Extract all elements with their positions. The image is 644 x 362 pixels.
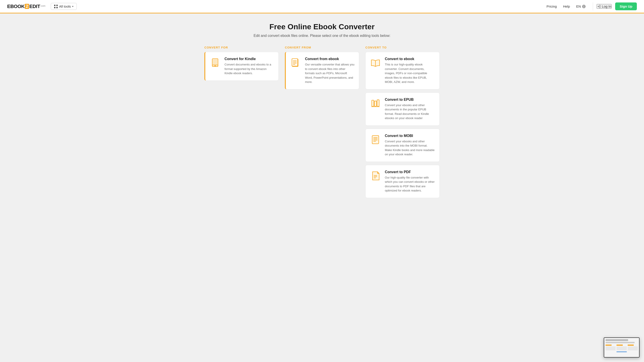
to-mobi-card-desc: Convert your ebooks and other documents … <box>385 139 435 157</box>
ebook-from-icon <box>290 57 302 69</box>
help-link[interactable]: Help <box>563 4 570 8</box>
from-ebook-card-content: Convert from ebook Our versatile convert… <box>305 57 355 84</box>
login-icon <box>597 5 600 8</box>
mobi-icon <box>370 134 381 145</box>
convert-to-header: CONVERT TO <box>366 46 440 49</box>
svg-rect-1 <box>56 5 58 6</box>
convert-from-header: CONVERT FROM <box>285 46 359 49</box>
login-button[interactable]: Log In <box>596 4 612 9</box>
language-selector[interactable]: EN <box>576 4 586 8</box>
kindle-icon <box>209 57 221 69</box>
convert-to-column: CONVERT TO Convert to ebook This is our … <box>366 46 440 201</box>
logo-number: 2 <box>25 4 29 9</box>
svg-rect-26 <box>372 135 378 144</box>
pdf-icon <box>370 170 381 182</box>
to-ebook-card[interactable]: Convert to ebook This is our high-qualit… <box>366 52 440 89</box>
to-epub-card[interactable]: Convert to EPUB Convert your ebooks and … <box>366 92 440 126</box>
svg-rect-9 <box>213 59 217 65</box>
to-epub-card-content: Convert to EPUB Convert your ebooks and … <box>385 98 435 120</box>
svg-rect-16 <box>292 59 298 66</box>
grid-icon <box>54 5 58 8</box>
thumb-card-1 <box>606 346 616 350</box>
all-tools-button[interactable]: All tools ▾ <box>51 3 77 10</box>
svg-rect-22 <box>372 100 374 106</box>
convert-for-header: CONVERT FOR <box>204 46 278 49</box>
from-ebook-card[interactable]: Convert from ebook Our versatile convert… <box>285 52 359 89</box>
all-tools-label: All tools <box>59 4 71 8</box>
thumb-header-1 <box>606 345 612 346</box>
globe-icon <box>582 5 586 8</box>
kindle-card-desc: Convert documents and ebooks to a format… <box>224 62 274 75</box>
thumb-header-2 <box>616 345 622 346</box>
from-ebook-card-title: Convert from ebook <box>305 57 355 61</box>
from-ebook-card-desc: Our versatile converter that allows you … <box>305 62 355 84</box>
main-content: Free Online Ebook Converter Edit and con… <box>199 13 445 215</box>
svg-rect-2 <box>54 7 56 8</box>
logo[interactable]: EBOOK 2 EDIT .com <box>7 3 46 9</box>
nav-links: Pricing Help EN <box>546 4 588 8</box>
thumbnail-inner <box>604 338 639 357</box>
pricing-link[interactable]: Pricing <box>546 4 557 8</box>
svg-point-11 <box>215 65 216 66</box>
thumb-col-3 <box>628 345 638 352</box>
to-ebook-card-title: Convert to ebook <box>385 57 435 61</box>
svg-rect-3 <box>56 7 58 8</box>
thumb-blue <box>616 352 626 352</box>
logo-com: .com <box>40 4 46 7</box>
page-title: Free Online Ebook Converter <box>204 22 440 31</box>
chevron-down-icon: ▾ <box>72 5 73 7</box>
signup-button[interactable]: Sign Up <box>615 2 637 10</box>
thumb-col-2 <box>616 345 626 352</box>
to-epub-card-desc: Convert your ebooks and other documents … <box>385 103 435 120</box>
thumb-card-3 <box>628 346 638 350</box>
header: EBOOK 2 EDIT .com All tools ▾ Pricing He… <box>0 0 644 13</box>
thumb-content <box>606 345 638 352</box>
logo-suffix: EDIT <box>29 3 40 9</box>
to-epub-card-title: Convert to EPUB <box>385 98 435 102</box>
login-label: Log In <box>602 4 611 8</box>
to-mobi-card-title: Convert to MOBI <box>385 134 435 138</box>
convert-for-column: CONVERT FOR Convert for Kindle Convert d… <box>204 46 278 84</box>
to-mobi-card[interactable]: Convert to MOBI Convert your ebooks and … <box>366 129 440 162</box>
to-ebook-card-desc: This is our high-quality ebook converter… <box>385 62 435 84</box>
kindle-card[interactable]: Convert for Kindle Convert documents and… <box>204 52 278 81</box>
lang-label: EN <box>576 4 581 8</box>
svg-rect-0 <box>54 5 56 6</box>
tool-columns: CONVERT FOR Convert for Kindle Convert d… <box>204 46 440 201</box>
thumb-subtitle <box>606 342 634 343</box>
thumb-header-3 <box>628 345 634 346</box>
to-pdf-card-desc: Our high-quality file converter with whi… <box>385 175 435 193</box>
epub-icon <box>370 98 381 109</box>
header-divider <box>593 2 593 10</box>
convert-from-column: CONVERT FROM <box>285 46 359 92</box>
to-mobi-card-content: Convert to MOBI Convert your ebooks and … <box>385 134 435 157</box>
thumbnail-overlay <box>604 338 640 358</box>
thumb-card-2 <box>616 346 626 350</box>
logo-prefix: EBOOK <box>7 3 24 9</box>
thumb-title <box>606 339 628 341</box>
to-pdf-card-title: Convert to PDF <box>385 170 435 174</box>
to-pdf-card-content: Convert to PDF Our high-quality file con… <box>385 170 435 193</box>
kindle-card-title: Convert for Kindle <box>224 57 274 61</box>
kindle-card-content: Convert for Kindle Convert documents and… <box>224 57 274 75</box>
to-pdf-card[interactable]: Convert to PDF Our high-quality file con… <box>366 165 440 198</box>
page-subtitle: Edit and convert ebook files online. Ple… <box>204 34 440 38</box>
thumb-col-1 <box>606 345 616 352</box>
svg-rect-24 <box>377 100 379 106</box>
ebook-to-icon <box>370 57 381 69</box>
to-ebook-card-content: Convert to ebook This is our high-qualit… <box>385 57 435 84</box>
svg-rect-23 <box>374 101 376 106</box>
